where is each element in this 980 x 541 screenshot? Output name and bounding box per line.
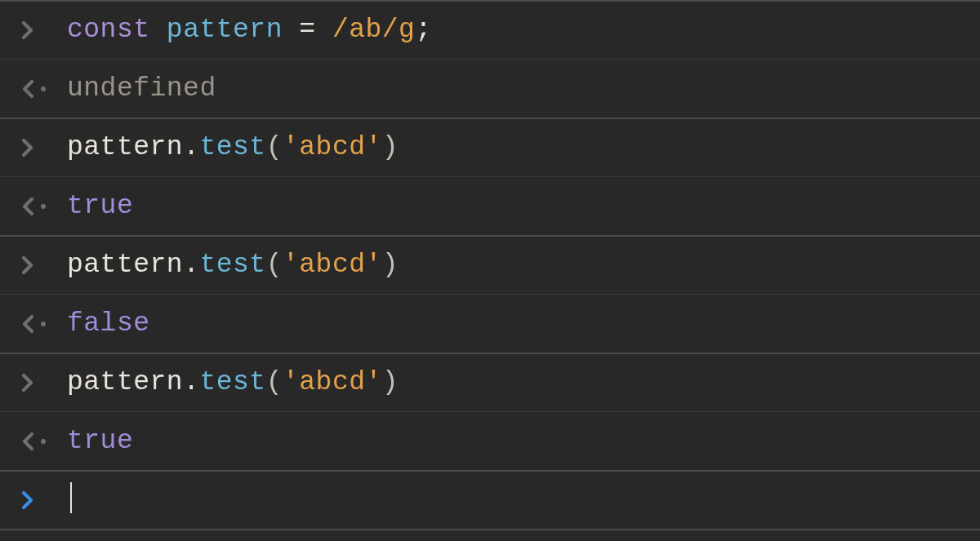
console-output-row: false [0,294,980,353]
prompt-chevron-icon [20,489,67,512]
console-input-code: pattern.test('abcd') [67,131,964,164]
input-chevron-icon [20,371,67,394]
console-input-code: pattern.test('abcd') [67,249,964,282]
console-output-row: undefined [0,59,980,118]
console-input-code: const pattern = /ab/g; [67,14,964,47]
console-output-value: true [67,190,964,223]
console-input-row: pattern.test('abcd') [0,353,980,411]
console-output-row: true [0,176,980,235]
input-chevron-icon [20,136,67,159]
console-output-value: true [67,425,964,458]
input-chevron-icon [20,19,67,42]
output-chevron-icon [20,430,67,453]
console-prompt-input[interactable] [67,484,964,517]
input-chevron-icon [20,254,67,277]
text-caret-icon [70,482,72,513]
console-input-row: pattern.test('abcd') [0,235,980,294]
output-chevron-icon [20,195,67,218]
output-chevron-icon [20,313,67,335]
console-output-value: false [67,308,964,340]
output-chevron-icon [20,78,67,100]
devtools-console: const pattern = /ab/g; undefined pattern… [0,0,980,530]
console-input-row: pattern.test('abcd') [0,118,980,176]
divider [0,529,980,530]
console-input-row: const pattern = /ab/g; [0,0,980,59]
console-output-value: undefined [67,73,964,105]
console-input-code: pattern.test('abcd') [67,366,964,399]
console-output-row: true [0,411,980,470]
console-prompt-row[interactable] [0,470,980,529]
